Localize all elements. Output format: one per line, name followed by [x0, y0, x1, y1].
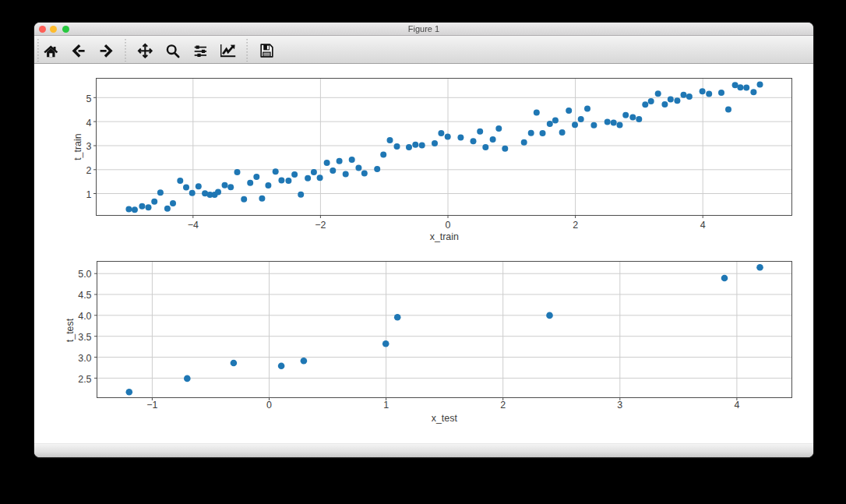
- svg-text:5.0: 5.0: [78, 269, 91, 280]
- svg-text:4: 4: [86, 118, 92, 129]
- svg-text:1: 1: [86, 189, 92, 200]
- svg-text:2.5: 2.5: [78, 374, 91, 385]
- svg-text:−1: −1: [146, 400, 157, 411]
- svg-text:x_train: x_train: [430, 231, 459, 242]
- svg-text:0: 0: [266, 400, 272, 411]
- svg-text:4.0: 4.0: [78, 311, 91, 322]
- svg-text:3: 3: [617, 400, 622, 411]
- svg-text:4.5: 4.5: [78, 290, 91, 301]
- svg-text:3: 3: [86, 141, 92, 152]
- svg-text:2: 2: [500, 400, 506, 411]
- svg-text:4: 4: [700, 220, 706, 231]
- svg-text:0: 0: [446, 220, 451, 231]
- svg-text:2: 2: [86, 165, 92, 176]
- svg-text:5: 5: [86, 93, 92, 104]
- svg-text:4: 4: [734, 400, 739, 411]
- svg-text:t_test: t_test: [65, 318, 76, 342]
- svg-text:−2: −2: [315, 220, 326, 231]
- svg-text:2: 2: [573, 220, 578, 231]
- svg-text:−4: −4: [188, 220, 199, 231]
- svg-text:x_test: x_test: [432, 413, 458, 424]
- svg-text:3.5: 3.5: [78, 332, 91, 343]
- svg-text:1: 1: [383, 400, 389, 411]
- svg-text:3.0: 3.0: [78, 353, 91, 364]
- svg-text:t_train: t_train: [72, 133, 83, 160]
